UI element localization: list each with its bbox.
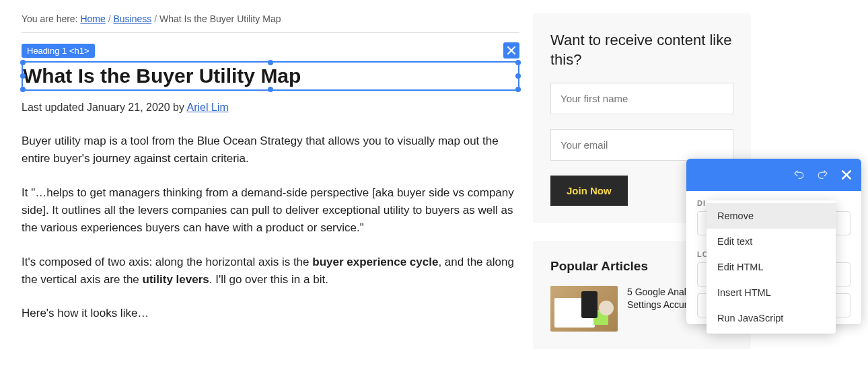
meta-updated-prefix: Last updated — [22, 102, 87, 113]
divider — [22, 32, 519, 33]
selected-element-wrap: Heading 1 <h1> What Is the Buyer Utility… — [22, 42, 519, 91]
email-input[interactable] — [550, 129, 733, 161]
resize-handle[interactable] — [515, 87, 521, 92]
resize-handle[interactable] — [20, 60, 26, 65]
resize-handle[interactable] — [20, 73, 26, 79]
menu-item-insert-html[interactable]: Insert HTML — [707, 280, 836, 305]
join-now-button[interactable]: Join Now — [550, 176, 628, 206]
menu-item-edit-html[interactable]: Edit HTML — [707, 254, 836, 280]
resize-handle[interactable] — [515, 60, 521, 65]
popular-thumbnail — [550, 286, 618, 332]
resize-handle[interactable] — [20, 87, 26, 92]
close-icon — [507, 46, 516, 55]
menu-item-remove[interactable]: Remove — [707, 203, 836, 229]
meta-date: January 21, 2020 — [87, 102, 170, 113]
breadcrumb: You are here: Home / Business / What Is … — [22, 13, 519, 24]
menu-item-run-javascript[interactable]: Run JavaScript — [707, 305, 836, 331]
breadcrumb-sep: / — [151, 13, 159, 24]
breadcrumb-home-link[interactable]: Home — [80, 13, 105, 24]
panel-close-button[interactable] — [841, 169, 852, 180]
article-meta: Last updated January 21, 2020 by Ariel L… — [22, 102, 519, 114]
menu-item-edit-text[interactable]: Edit text — [707, 229, 836, 254]
article-content: Buyer utility map is a tool from the Blu… — [22, 132, 519, 323]
undo-icon — [793, 169, 805, 181]
first-name-input[interactable] — [550, 83, 733, 114]
close-icon — [841, 169, 852, 180]
breadcrumb-section-link[interactable]: Business — [113, 13, 151, 24]
selection-tag-label[interactable]: Heading 1 <h1> — [22, 44, 95, 58]
breadcrumb-prefix: You are here: — [22, 13, 80, 24]
resize-handle[interactable] — [268, 60, 273, 65]
paragraph: It "…helps to get managers thinking from… — [22, 184, 519, 237]
editor-panel-header — [686, 159, 861, 191]
bold-text: buyer experience cycle — [312, 256, 438, 268]
page-title: What Is the Buyer Utility Map — [23, 64, 518, 88]
paragraph: Here's how it looks like… — [22, 305, 519, 322]
selection-box[interactable]: What Is the Buyer Utility Map — [22, 61, 519, 91]
selection-close-button[interactable] — [503, 42, 519, 59]
bold-text: utility levers — [143, 273, 209, 286]
context-menu: Remove Edit text Edit HTML Insert HTML R… — [707, 200, 836, 334]
resize-handle[interactable] — [268, 87, 273, 92]
subscribe-title: Want to receive content like this? — [550, 31, 733, 69]
breadcrumb-current: What Is the Buyer Utility Map — [159, 13, 281, 24]
resize-handle[interactable] — [515, 73, 521, 79]
undo-button[interactable] — [793, 169, 805, 181]
breadcrumb-sep: / — [106, 13, 114, 24]
redo-icon — [817, 169, 829, 181]
paragraph: It's composed of two axis: along the hor… — [22, 254, 519, 289]
meta-author-link[interactable]: Ariel Lim — [187, 102, 229, 113]
redo-button[interactable] — [817, 169, 829, 181]
paragraph: Buyer utility map is a tool from the Blu… — [22, 132, 519, 168]
meta-by: by — [170, 102, 187, 113]
